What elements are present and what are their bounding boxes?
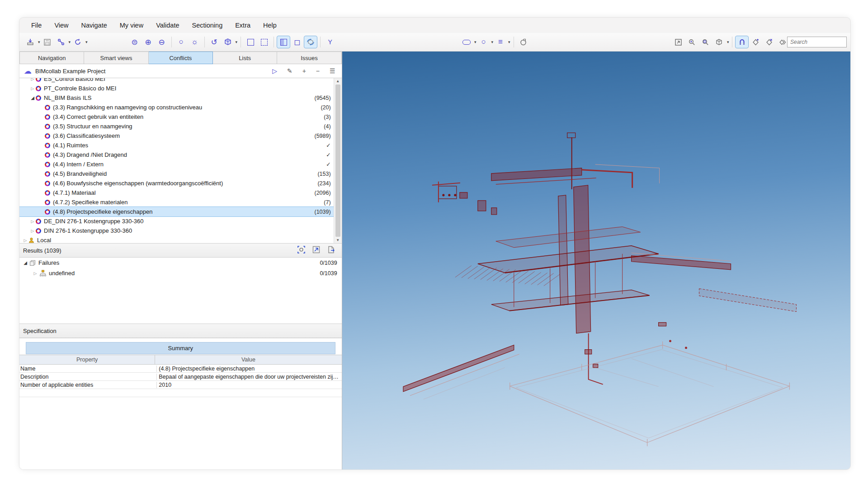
tree-item[interactable]: (3.5) Structuur en naamgeving (4) bbox=[19, 122, 334, 131]
search-input[interactable] bbox=[787, 37, 847, 47]
results-row-failures[interactable]: ◢ Failures 0/1039 bbox=[19, 258, 342, 268]
column-value[interactable]: Value bbox=[155, 355, 341, 364]
expand-icon[interactable]: ▷ bbox=[29, 86, 36, 91]
menu-sectioning[interactable]: Sectioning bbox=[186, 20, 228, 31]
expand-icon[interactable]: ▷ bbox=[29, 219, 36, 224]
tree-item[interactable]: (3.6) Classificatiesysteem (5989) bbox=[19, 131, 334, 141]
menu-navigate[interactable]: Navigate bbox=[76, 20, 113, 31]
settings-view-button[interactable]: ☼ bbox=[189, 36, 201, 48]
tree-item[interactable]: (4.1) Ruimtes ✓ bbox=[19, 141, 334, 150]
refresh-dropdown[interactable]: ▾ bbox=[85, 40, 88, 44]
menu-file[interactable]: File bbox=[26, 20, 47, 31]
more-menu-button[interactable]: ☰ bbox=[330, 67, 335, 75]
zoom-out-button[interactable]: ⊖ bbox=[156, 36, 168, 48]
zoom-window-button[interactable] bbox=[699, 36, 712, 48]
menu-my-view[interactable]: My view bbox=[114, 20, 149, 31]
tree-item[interactable]: (4.4) Intern / Extern ✓ bbox=[19, 160, 334, 169]
edit-button[interactable]: ✎ bbox=[287, 67, 292, 75]
menu-help[interactable]: Help bbox=[258, 20, 282, 31]
tree-item[interactable]: ◢ NL_BIM Basis ILS (9545) bbox=[19, 93, 334, 103]
export-results-button[interactable] bbox=[327, 245, 335, 255]
filter-button[interactable]: Y bbox=[324, 36, 336, 48]
tree-item-label: (4.8) Projectspecifieke eigenschappen bbox=[53, 208, 311, 215]
value-cell: 2010 bbox=[157, 382, 341, 388]
tree-item[interactable]: ▷ ES_Control Básico MEI bbox=[19, 78, 334, 84]
tree-item[interactable]: ▷ DIN 276-1 Kostengruppe 330-360 bbox=[19, 226, 334, 235]
section-box-button[interactable] bbox=[277, 36, 290, 48]
tab-conflicts[interactable]: Conflicts bbox=[149, 52, 213, 64]
expand-icon[interactable]: ▷ bbox=[29, 78, 36, 81]
sphere-mode-button[interactable]: ○ bbox=[477, 36, 490, 48]
walk-mode-dropdown[interactable]: ▾ bbox=[474, 40, 476, 44]
menu-extra[interactable]: Extra bbox=[230, 20, 256, 31]
fit-view-button[interactable]: ⊜ bbox=[128, 36, 141, 48]
magnet-button[interactable] bbox=[736, 36, 748, 48]
refresh-button[interactable] bbox=[71, 36, 84, 48]
isolate-remove-button[interactable] bbox=[763, 36, 775, 48]
layers-mode-dropdown[interactable]: ▾ bbox=[508, 40, 510, 44]
menu-bar: File View Navigate My view Validate Sect… bbox=[19, 18, 850, 33]
expand-icon[interactable]: ▷ bbox=[22, 238, 28, 243]
zoom-in-button[interactable]: ⊕ bbox=[142, 36, 155, 48]
section-rotate-button[interactable] bbox=[304, 36, 317, 48]
tree-item-label: (3.4) Correct gebruik van entiteiten bbox=[53, 113, 320, 120]
table-row[interactable]: Description Bepaal of aangepaste eigensc… bbox=[19, 373, 342, 381]
tab-issues[interactable]: Issues bbox=[277, 52, 341, 64]
zoom-selected-button[interactable] bbox=[686, 36, 698, 48]
tree-item[interactable]: (4.5) Brandveiligheid (153) bbox=[19, 169, 334, 178]
tree-item-local[interactable]: ▷ Local bbox=[19, 235, 334, 243]
viewport-3d[interactable] bbox=[342, 52, 850, 469]
add-button[interactable]: + bbox=[302, 67, 306, 75]
tab-lists[interactable]: Lists bbox=[213, 52, 277, 64]
view-cube-dropdown[interactable]: ▾ bbox=[236, 40, 238, 44]
scroll-up-icon[interactable]: ▲ bbox=[336, 79, 340, 83]
clip-rect-dashed-button[interactable] bbox=[258, 36, 270, 48]
expand-icon[interactable]: ▷ bbox=[32, 271, 38, 276]
menu-validate[interactable]: Validate bbox=[151, 20, 184, 31]
tree-item[interactable]: ▷ PT_Controle Básico do MEI bbox=[19, 84, 334, 93]
tree-item[interactable]: (3.4) Correct gebruik van entiteiten (3) bbox=[19, 112, 334, 122]
table-row[interactable]: Name (4.8) Projectspecifieke eigenschapp… bbox=[19, 365, 342, 373]
remove-button[interactable]: − bbox=[316, 67, 320, 75]
tree-item-selected[interactable]: (4.8) Projectspecifieke eigenschappen (1… bbox=[19, 207, 334, 216]
undo-view-button[interactable]: ↺ bbox=[208, 36, 221, 48]
scrollbar-thumb[interactable] bbox=[335, 84, 340, 237]
hide-cube-dropdown[interactable]: ▾ bbox=[727, 40, 729, 44]
scroll-down-icon[interactable]: ▼ bbox=[336, 238, 340, 242]
orbit-button[interactable]: ○ bbox=[175, 36, 188, 48]
link-button[interactable] bbox=[55, 36, 67, 48]
save-button[interactable] bbox=[41, 36, 54, 48]
open-panel-button[interactable] bbox=[312, 245, 321, 255]
tree-item[interactable]: (4.7.2) Specifieke materialen (7) bbox=[19, 197, 334, 207]
tree-item[interactable]: (4.6) Bouwfysische eigenschappen (warmte… bbox=[19, 178, 334, 188]
expand-icon[interactable]: ▷ bbox=[29, 229, 36, 233]
tree-scrollbar[interactable]: ▲ ▼ bbox=[334, 78, 342, 243]
results-row-undefined[interactable]: ▷ undefined 0/1039 bbox=[19, 268, 342, 278]
view-cube-button[interactable] bbox=[222, 36, 234, 48]
clay-render-button[interactable] bbox=[517, 36, 530, 48]
export-button[interactable] bbox=[24, 36, 37, 48]
table-row[interactable]: Number of applicable entities 2010 bbox=[19, 381, 342, 389]
tab-smart-views[interactable]: Smart views bbox=[84, 52, 148, 64]
fullscreen-button[interactable] bbox=[672, 36, 685, 48]
link-dropdown[interactable]: ▾ bbox=[69, 40, 71, 44]
collapse-icon[interactable]: ◢ bbox=[29, 95, 36, 100]
menu-view[interactable]: View bbox=[49, 20, 74, 31]
column-property[interactable]: Property bbox=[19, 355, 155, 364]
section-cube-button[interactable]: ◻ bbox=[291, 36, 303, 48]
zoom-to-result-button[interactable] bbox=[297, 245, 306, 255]
clip-rect-button[interactable] bbox=[244, 36, 257, 48]
run-validation-button[interactable]: ▷ bbox=[272, 67, 277, 75]
collapse-icon[interactable]: ◢ bbox=[22, 260, 28, 265]
tree-item[interactable]: ▷ DE_DIN 276-1 Kostengruppe 330-360 bbox=[19, 216, 334, 226]
hide-cube-button[interactable] bbox=[713, 36, 726, 48]
export-dropdown[interactable]: ▾ bbox=[38, 40, 40, 44]
tree-item[interactable]: (4.3) Dragend /Niet Dragend ✓ bbox=[19, 150, 334, 160]
tree-item[interactable]: (4.7.1) Materiaal (2096) bbox=[19, 188, 334, 197]
sphere-mode-dropdown[interactable]: ▾ bbox=[491, 40, 494, 44]
tab-navigation[interactable]: Navigation bbox=[19, 52, 84, 64]
walk-mode-button[interactable] bbox=[460, 36, 473, 48]
layers-mode-button[interactable]: ≡ bbox=[494, 36, 507, 48]
isolate-add-button[interactable] bbox=[749, 36, 762, 48]
tree-item[interactable]: (3.3) Rangschikking en naamgeving op con… bbox=[19, 103, 334, 112]
